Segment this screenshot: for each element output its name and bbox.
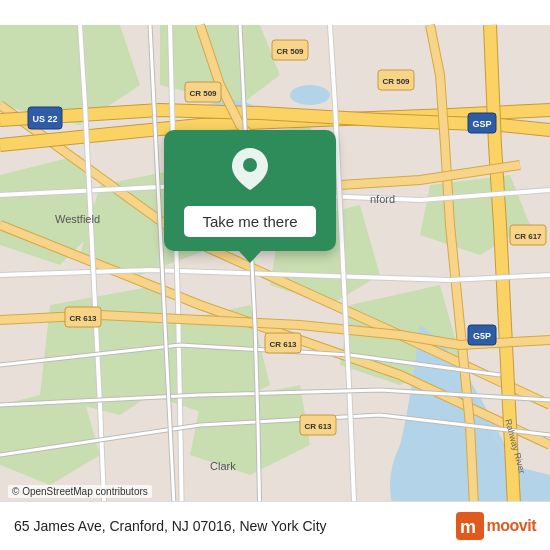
svg-point-14: [290, 85, 330, 105]
svg-point-39: [243, 158, 257, 172]
svg-text:CR 509: CR 509: [276, 47, 304, 56]
moovit-logo-icon: m: [456, 512, 484, 540]
svg-text:GSP: GSP: [472, 119, 491, 129]
popup-box: Take me there: [164, 130, 335, 251]
location-popup: Take me there: [145, 130, 355, 251]
map-attribution: © OpenStreetMap contributors: [8, 485, 152, 498]
moovit-brand-name: moovit: [487, 517, 536, 535]
svg-text:CR 613: CR 613: [269, 340, 297, 349]
svg-text:CR 509: CR 509: [189, 89, 217, 98]
svg-text:CR 613: CR 613: [69, 314, 97, 323]
moovit-logo: m moovit: [456, 512, 536, 540]
svg-text:G5P: G5P: [473, 331, 491, 341]
svg-text:CR 617: CR 617: [514, 232, 542, 241]
bottom-bar: 65 James Ave, Cranford, NJ 07016, New Yo…: [0, 501, 550, 550]
svg-text:CR 509: CR 509: [382, 77, 410, 86]
svg-text:Clark: Clark: [210, 460, 236, 472]
map-container: US 22 CR 509 CR 509 CR 509 CR 617 CR 613…: [0, 0, 550, 550]
svg-text:m: m: [460, 517, 476, 537]
take-me-there-button[interactable]: Take me there: [184, 206, 315, 237]
svg-text:Westfield: Westfield: [55, 213, 100, 225]
svg-text:CR 613: CR 613: [304, 422, 332, 431]
address-label: 65 James Ave, Cranford, NJ 07016, New Yo…: [14, 518, 327, 534]
svg-text:nford: nford: [370, 193, 395, 205]
location-pin-icon: [232, 148, 268, 194]
svg-text:US 22: US 22: [32, 114, 57, 124]
